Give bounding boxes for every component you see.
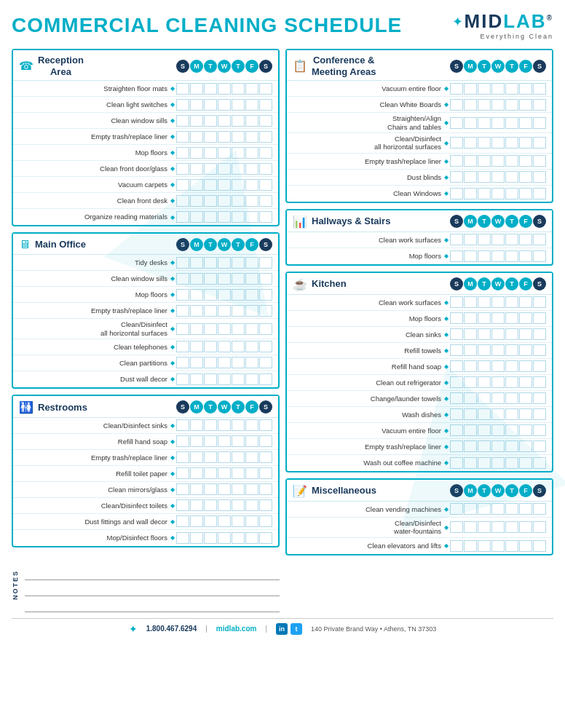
task-cell[interactable] bbox=[245, 499, 258, 511]
task-cell[interactable] bbox=[245, 357, 258, 368]
task-cell[interactable] bbox=[232, 99, 245, 111]
task-cell[interactable] bbox=[259, 483, 272, 495]
task-cell[interactable] bbox=[190, 163, 203, 175]
task-cell[interactable] bbox=[505, 99, 518, 111]
task-cell[interactable] bbox=[190, 467, 203, 479]
task-cell[interactable] bbox=[450, 392, 463, 404]
task-cell[interactable] bbox=[505, 250, 518, 262]
task-cell[interactable] bbox=[533, 521, 546, 533]
task-cell[interactable] bbox=[505, 540, 518, 552]
task-cell[interactable] bbox=[478, 521, 491, 533]
task-cell[interactable] bbox=[204, 499, 217, 511]
task-cell[interactable] bbox=[190, 273, 203, 285]
task-cell[interactable] bbox=[176, 131, 189, 143]
task-cell[interactable] bbox=[464, 312, 477, 324]
task-cell[interactable] bbox=[533, 250, 546, 262]
task-cell[interactable] bbox=[533, 457, 546, 469]
task-cell[interactable] bbox=[533, 312, 546, 324]
task-cell[interactable] bbox=[190, 179, 203, 191]
task-cell[interactable] bbox=[245, 147, 258, 159]
task-cell[interactable] bbox=[505, 328, 518, 340]
task-cell[interactable] bbox=[505, 440, 518, 452]
task-cell[interactable] bbox=[533, 376, 546, 388]
task-cell[interactable] bbox=[491, 250, 505, 262]
task-cell[interactable] bbox=[505, 117, 518, 129]
task-cell[interactable] bbox=[478, 312, 491, 324]
task-cell[interactable] bbox=[533, 234, 546, 245]
task-cell[interactable] bbox=[190, 305, 203, 317]
task-cell[interactable] bbox=[204, 532, 217, 544]
task-cell[interactable] bbox=[491, 408, 505, 420]
task-cell[interactable] bbox=[204, 419, 217, 431]
task-cell[interactable] bbox=[190, 435, 203, 447]
task-cell[interactable] bbox=[478, 234, 491, 245]
task-cell[interactable] bbox=[478, 83, 491, 95]
task-cell[interactable] bbox=[464, 344, 477, 356]
task-cell[interactable] bbox=[176, 373, 189, 385]
task-cell[interactable] bbox=[450, 521, 463, 533]
task-cell[interactable] bbox=[519, 234, 532, 245]
task-cell[interactable] bbox=[450, 117, 463, 129]
task-cell[interactable] bbox=[259, 99, 272, 111]
task-cell[interactable] bbox=[218, 99, 231, 111]
task-cell[interactable] bbox=[519, 250, 532, 262]
task-cell[interactable] bbox=[464, 360, 477, 372]
task-cell[interactable] bbox=[218, 83, 231, 95]
task-cell[interactable] bbox=[218, 195, 231, 207]
task-cell[interactable] bbox=[232, 163, 245, 175]
task-cell[interactable] bbox=[450, 188, 463, 199]
task-cell[interactable] bbox=[204, 211, 217, 223]
task-cell[interactable] bbox=[190, 451, 203, 463]
task-cell[interactable] bbox=[218, 305, 231, 317]
task-cell[interactable] bbox=[478, 99, 491, 111]
task-cell[interactable] bbox=[190, 499, 203, 511]
task-cell[interactable] bbox=[245, 483, 258, 495]
task-cell[interactable] bbox=[478, 296, 491, 308]
task-cell[interactable] bbox=[478, 503, 491, 515]
task-cell[interactable] bbox=[533, 392, 546, 404]
task-cell[interactable] bbox=[259, 83, 272, 95]
task-cell[interactable] bbox=[464, 328, 477, 340]
task-cell[interactable] bbox=[204, 483, 217, 495]
task-cell[interactable] bbox=[232, 435, 245, 447]
task-cell[interactable] bbox=[176, 323, 189, 335]
task-cell[interactable] bbox=[218, 273, 231, 285]
task-cell[interactable] bbox=[478, 540, 491, 552]
task-cell[interactable] bbox=[245, 195, 258, 207]
task-cell[interactable] bbox=[505, 503, 518, 515]
task-cell[interactable] bbox=[478, 137, 491, 149]
task-cell[interactable] bbox=[176, 147, 189, 159]
task-cell[interactable] bbox=[505, 376, 518, 388]
task-cell[interactable] bbox=[533, 440, 546, 452]
task-cell[interactable] bbox=[491, 155, 505, 167]
task-cell[interactable] bbox=[190, 115, 203, 127]
task-cell[interactable] bbox=[464, 392, 477, 404]
task-cell[interactable] bbox=[218, 483, 231, 495]
task-cell[interactable] bbox=[505, 360, 518, 372]
task-cell[interactable] bbox=[450, 408, 463, 420]
task-cell[interactable] bbox=[232, 289, 245, 301]
task-cell[interactable] bbox=[218, 211, 231, 223]
task-cell[interactable] bbox=[245, 323, 258, 335]
task-cell[interactable] bbox=[176, 289, 189, 301]
task-cell[interactable] bbox=[245, 179, 258, 191]
task-cell[interactable] bbox=[519, 312, 532, 324]
task-cell[interactable] bbox=[464, 503, 477, 515]
task-cell[interactable] bbox=[176, 179, 189, 191]
task-cell[interactable] bbox=[245, 373, 258, 385]
task-cell[interactable] bbox=[259, 323, 272, 335]
task-cell[interactable] bbox=[533, 360, 546, 372]
task-cell[interactable] bbox=[464, 424, 477, 436]
task-cell[interactable] bbox=[478, 328, 491, 340]
task-cell[interactable] bbox=[533, 83, 546, 95]
task-cell[interactable] bbox=[505, 188, 518, 199]
task-cell[interactable] bbox=[232, 179, 245, 191]
task-cell[interactable] bbox=[478, 117, 491, 129]
task-cell[interactable] bbox=[519, 376, 532, 388]
task-cell[interactable] bbox=[190, 532, 203, 544]
task-cell[interactable] bbox=[259, 273, 272, 285]
task-cell[interactable] bbox=[176, 163, 189, 175]
task-cell[interactable] bbox=[259, 163, 272, 175]
task-cell[interactable] bbox=[519, 440, 532, 452]
task-cell[interactable] bbox=[232, 515, 245, 527]
